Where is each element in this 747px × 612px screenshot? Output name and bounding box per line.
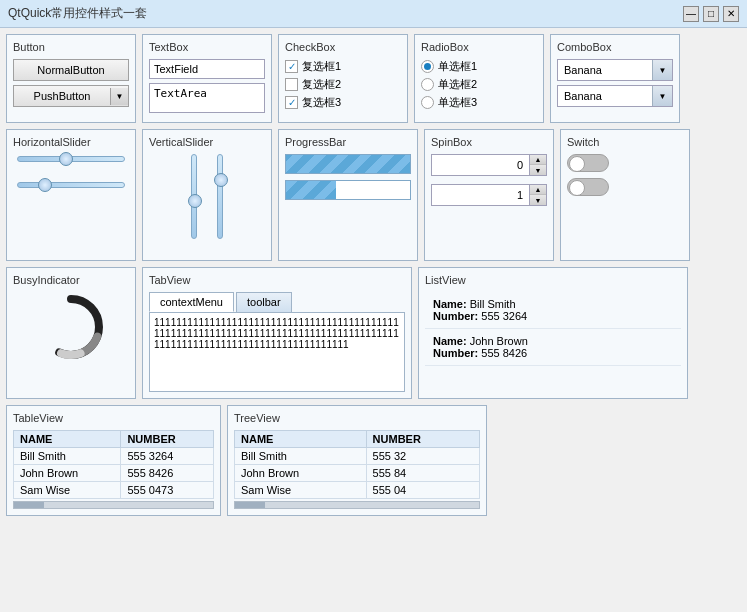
table-row[interactable]: John Brown 555 8426 — [14, 465, 214, 482]
tree-row[interactable]: Bill Smith 555 32 — [235, 448, 480, 465]
spinbox-1-up[interactable]: ▲ — [530, 155, 546, 165]
hslider-2-thumb[interactable] — [38, 178, 52, 192]
title-minimize-btn[interactable]: — — [683, 6, 699, 22]
treeview-scrollbar-thumb[interactable] — [235, 502, 265, 508]
radio-row-1[interactable]: 单选框1 — [421, 59, 537, 74]
spinbox-panel: SpinBox 0 ▲ ▼ 1 ▲ ▼ — [424, 129, 554, 261]
checkbox-1-label: 复选框1 — [302, 59, 341, 74]
table-cell: 555 8426 — [121, 465, 214, 482]
radio-3-label: 单选框3 — [438, 95, 477, 110]
list-item-2[interactable]: Name: John Brown Number: 555 8426 — [425, 329, 681, 366]
push-button-label: PushButton — [14, 86, 110, 106]
list-item-2-num: 555 8426 — [481, 347, 527, 359]
text-field[interactable] — [149, 59, 265, 79]
combobox-panel-title: ComboBox — [557, 41, 673, 53]
busy-panel: BusyIndicator — [6, 267, 136, 399]
spinbox-2-value: 1 — [432, 186, 529, 204]
tab-content-text: 1111111111111111111111111111111111111111… — [154, 317, 399, 350]
treeview-title: TreeView — [234, 412, 480, 424]
radio-1-label: 单选框1 — [438, 59, 477, 74]
hslider-2-track[interactable] — [17, 182, 125, 188]
tableview-scrollbar-thumb[interactable] — [14, 502, 44, 508]
combo-1-text: Banana — [558, 61, 652, 79]
list-item-1[interactable]: Name: Bill Smith Number: 555 3264 — [425, 292, 681, 329]
textbox-panel: TextBox TextArea — [142, 34, 272, 123]
combo-1[interactable]: Banana ▼ — [557, 59, 673, 81]
tree-cell: 555 04 — [366, 482, 479, 499]
combo-2-arrow-icon[interactable]: ▼ — [652, 86, 672, 106]
spinbox-2[interactable]: 1 ▲ ▼ — [431, 184, 547, 206]
switch-1-track[interactable] — [567, 154, 609, 172]
list-item-1-name-label: Name: — [433, 298, 470, 310]
switch-2-row — [567, 178, 683, 196]
checkbox-2[interactable] — [285, 78, 298, 91]
button-panel: Button NormalButton PushButton ▼ — [6, 34, 136, 123]
hslider-1-thumb[interactable] — [59, 152, 73, 166]
radio-row-3[interactable]: 单选框3 — [421, 95, 537, 110]
combobox-panel: ComboBox Banana ▼ Banana ▼ — [550, 34, 680, 123]
vslider-1-thumb[interactable] — [188, 194, 202, 208]
listview-panel: ListView Name: Bill Smith Number: 555 32… — [418, 267, 688, 399]
spinbox-2-up[interactable]: ▲ — [530, 185, 546, 195]
checkbox-3[interactable]: ✓ — [285, 96, 298, 109]
progressbar-title: ProgressBar — [285, 136, 411, 148]
table-row[interactable]: Bill Smith 555 3264 — [14, 448, 214, 465]
tree-row[interactable]: John Brown 555 84 — [235, 465, 480, 482]
combo-2[interactable]: Banana ▼ — [557, 85, 673, 107]
tree-cell: 555 84 — [366, 465, 479, 482]
radio-2[interactable] — [421, 78, 434, 91]
checkbox-1[interactable]: ✓ — [285, 60, 298, 73]
spinbox-1-value: 0 — [432, 156, 529, 174]
tab-bar: contextMenu toolbar — [149, 292, 405, 312]
spinbox-title: SpinBox — [431, 136, 547, 148]
switch-title: Switch — [567, 136, 683, 148]
tree-cell: Bill Smith — [235, 448, 367, 465]
radio-3[interactable] — [421, 96, 434, 109]
radio-row-2[interactable]: 单选框2 — [421, 77, 537, 92]
checkbox-row-1[interactable]: ✓ 复选框1 — [285, 59, 401, 74]
switch-1-row — [567, 154, 683, 172]
treeview-panel: TreeView NAME NUMBER Bill Smith 555 32 — [227, 405, 487, 516]
tree-row[interactable]: Sam Wise 555 04 — [235, 482, 480, 499]
vslider-1-track[interactable] — [191, 154, 197, 239]
push-button[interactable]: PushButton ▼ — [13, 85, 129, 107]
title-close-btn[interactable]: ✕ — [723, 6, 739, 22]
tableview-title: TableView — [13, 412, 214, 424]
switch-2-track[interactable] — [567, 178, 609, 196]
text-area[interactable]: TextArea — [149, 83, 265, 113]
spinbox-1[interactable]: 0 ▲ ▼ — [431, 154, 547, 176]
spinbox-2-btns: ▲ ▼ — [529, 185, 546, 205]
normal-button[interactable]: NormalButton — [13, 59, 129, 81]
table-row[interactable]: Sam Wise 555 0473 — [14, 482, 214, 499]
push-button-arrow-icon[interactable]: ▼ — [110, 88, 128, 105]
treeview-scrollbar[interactable] — [234, 501, 480, 509]
checkbox-row-2[interactable]: 复选框2 — [285, 77, 401, 92]
checkbox-row-3[interactable]: ✓ 复选框3 — [285, 95, 401, 110]
switch-2-thumb — [569, 180, 585, 196]
progressbar-panel: ProgressBar — [278, 129, 418, 261]
textbox-panel-title: TextBox — [149, 41, 265, 53]
title-maximize-btn[interactable]: □ — [703, 6, 719, 22]
busy-title: BusyIndicator — [13, 274, 129, 286]
tab-contextMenu[interactable]: contextMenu — [149, 292, 234, 312]
radio-1[interactable] — [421, 60, 434, 73]
list-item-1-num: 555 3264 — [481, 310, 527, 322]
spinbox-2-down[interactable]: ▼ — [530, 195, 546, 205]
tableview-scrollbar[interactable] — [13, 501, 214, 509]
title-bar: QtQuick常用控件样式一套 — □ ✕ — [0, 0, 747, 28]
spinbox-1-down[interactable]: ▼ — [530, 165, 546, 175]
combo-2-text: Banana — [558, 87, 652, 105]
combo-1-arrow-icon[interactable]: ▼ — [652, 60, 672, 80]
hslider-1-track[interactable] — [17, 156, 125, 162]
table-cell: Sam Wise — [14, 482, 121, 499]
tree-col-number: NUMBER — [366, 431, 479, 448]
radio-2-label: 单选框2 — [438, 77, 477, 92]
listview-title: ListView — [425, 274, 681, 286]
progress-1-fill — [286, 155, 410, 173]
vslider-2-track[interactable] — [217, 154, 223, 239]
tree-col-name: NAME — [235, 431, 367, 448]
tab-toolbar[interactable]: toolbar — [236, 292, 292, 312]
busy-spinner — [36, 292, 106, 362]
list-item-2-name: John Brown — [470, 335, 528, 347]
vslider-2-thumb[interactable] — [214, 173, 228, 187]
